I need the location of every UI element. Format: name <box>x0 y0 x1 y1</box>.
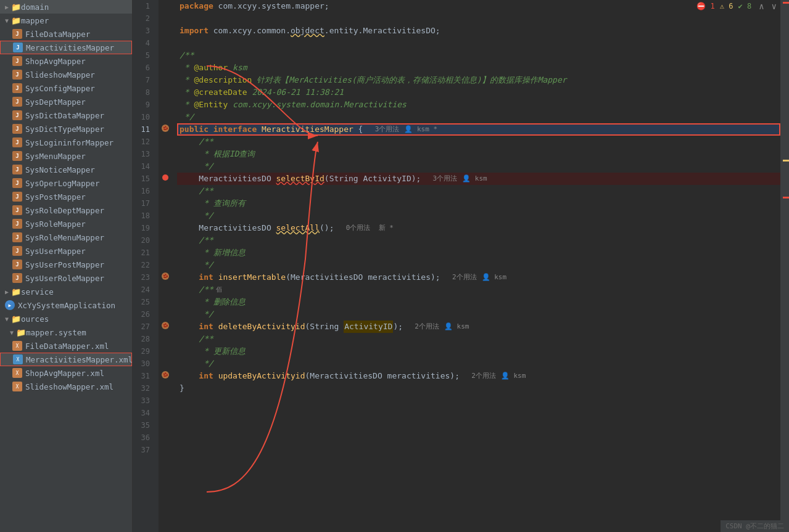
sidebar-item-XcYySystemApplication[interactable]: ▶ XcYySystemApplication <box>0 298 132 312</box>
code-line-31: int updateByActivityid (MeractivitiesDO … <box>177 370 780 382</box>
sidebar-item-MeractivitiesMapper-xml[interactable]: X MeractivitiesMapper.xml <box>0 353 132 366</box>
arrow-icon: ▼ <box>5 17 9 24</box>
nav-down-icon[interactable]: ∨ <box>772 1 777 11</box>
keyword: import <box>180 25 209 37</box>
sidebar-item-label: SysOperLogMapper <box>25 179 99 188</box>
sidebar-item-label: SysDictTypeMapper <box>25 125 104 134</box>
ok-indicator: ✔ 8 <box>738 2 751 10</box>
line-num-16: 16 <box>133 185 154 197</box>
keyword: int <box>180 321 213 333</box>
java-icon: J <box>12 219 22 229</box>
sidebar-item-SysRoleMapper[interactable]: J SysRoleMapper <box>0 217 132 231</box>
xml-icon: X <box>12 382 22 391</box>
sidebar-item-ShopAvgMapper-xml[interactable]: X ShopAvgMapper.xml <box>0 366 132 380</box>
bean-icon: 🫘 <box>162 371 169 379</box>
line-num-15: 15 <box>133 173 154 185</box>
line-num-25: 25 <box>133 296 154 308</box>
usage-meta: 2个用法 <box>444 271 477 284</box>
keyword-interface: interface <box>213 123 257 136</box>
line-num-30: 30 <box>133 358 154 370</box>
gutter-marker-top <box>783 2 789 4</box>
sidebar-item-SysRoleDeptMapper[interactable]: J SysRoleDeptMapper <box>0 203 132 217</box>
line-num-2: 2 <box>133 12 154 25</box>
sidebar-item-label: SysRoleMenuMapper <box>25 233 104 242</box>
sidebar-item-label: SlideshowMapper <box>25 70 95 80</box>
code-line-6: * @author ksm <box>177 62 780 74</box>
sidebar-item-SlideshowMapper-xml[interactable]: X SlideshowMapper.xml <box>0 380 132 393</box>
code-line-15: MeractivitiesDO selectById (String Activ… <box>177 173 780 185</box>
code-line-11: public interface MeractivitiesMapper { 3… <box>177 123 780 136</box>
code-line-16: /** <box>177 185 780 197</box>
line-num-28: 28 <box>133 333 154 345</box>
line-num-7: 7 <box>133 74 154 86</box>
keyword: int <box>180 271 213 284</box>
user-meta: 👤 ksm * <box>404 123 437 136</box>
code-line-3: import com.xcyy.common.objdect.entity.Me… <box>177 25 780 37</box>
keyword: package <box>180 0 213 12</box>
sidebar-item-label: SlideshowMapper.xml <box>25 382 114 391</box>
interface-name: MeractivitiesMapper <box>262 123 353 136</box>
warning-icon: ⚠ <box>720 2 724 10</box>
watermark: CSDN @不二的猫二 <box>721 520 789 532</box>
code-line-10: */ <box>177 111 780 123</box>
sidebar-item-SysNoticeMapper[interactable]: J SysNoticeMapper <box>0 163 132 176</box>
warning-indicator: ⚠ 6 <box>720 2 733 10</box>
bean-icon: 🫘 <box>162 272 169 280</box>
sidebar-item-SysUserMapper[interactable]: J SysUserMapper <box>0 244 132 258</box>
java-icon: J <box>12 192 22 202</box>
line-num-20: 20 <box>133 234 154 247</box>
xml-icon: X <box>13 354 23 364</box>
line-num-4: 4 <box>133 37 154 49</box>
sidebar-item-FileDataMapper[interactable]: J FileDataMapper <box>0 27 132 41</box>
java-icon: J <box>12 151 22 161</box>
sidebar-item-label: FileDataMapper <box>25 30 90 39</box>
folder-icon: 📁 <box>16 328 26 337</box>
top-indicators: ⛔ 1 ⚠ 6 ✔ 8 ∧ ∨ <box>696 1 777 11</box>
sidebar-item-SysMenuMapper[interactable]: J SysMenuMapper <box>0 149 132 163</box>
code-line-29: * 更新信息 <box>177 345 780 358</box>
sidebar-item-mapper-system[interactable]: ▼ 📁 mapper.system <box>0 325 132 339</box>
gutter-icons: 🫘 🫘 🫘 🫘 <box>159 0 172 532</box>
line-num-6: 6 <box>133 62 154 74</box>
sidebar-item-FileDataMapper-xml[interactable]: X FileDataMapper.xml <box>0 339 132 353</box>
line-num-29: 29 <box>133 345 154 358</box>
sidebar-item-SysConfigMapper[interactable]: J SysConfigMapper <box>0 81 132 95</box>
sidebar-item-SysLogininforMapper[interactable]: J SysLogininforMapper <box>0 136 132 149</box>
nav-up-icon[interactable]: ∧ <box>759 1 764 11</box>
sidebar-item-service[interactable]: ▶ 📁 service <box>0 285 132 298</box>
sidebar-item-domain[interactable]: ▶ 📁 domain <box>0 0 132 14</box>
sidebar-item-SysPostMapper[interactable]: J SysPostMapper <box>0 190 132 203</box>
sidebar-item-SysRoleMenuMapper[interactable]: J SysRoleMenuMapper <box>0 231 132 244</box>
sidebar-item-label: SysUserPostMapper <box>25 260 104 269</box>
user-meta: 👤 ksm <box>444 321 469 333</box>
sidebar-item-ShopAvgMapper[interactable]: J ShopAvgMapper <box>0 54 132 68</box>
folder-icon: 📁 <box>11 2 21 12</box>
code-line-14: */ <box>177 160 780 173</box>
sidebar-item-SysDeptMapper[interactable]: J SysDeptMapper <box>0 95 132 108</box>
sidebar-item-mapper[interactable]: ▼ 📁 mapper <box>0 14 132 27</box>
code-line-5: /** <box>177 49 780 62</box>
sidebar-item-SysDictDataMapper[interactable]: J SysDictDataMapper <box>0 108 132 122</box>
sidebar-item-resources[interactable]: ▼ 📁 ources <box>0 312 132 325</box>
sidebar-item-MeractivitiesMapper[interactable]: J MeractivitiesMapper <box>0 41 132 54</box>
sidebar-item-label: domain <box>21 2 49 12</box>
sidebar-item-label: MeractivitiesMapper <box>26 43 114 52</box>
sidebar-item-label: SysMenuMapper <box>25 152 86 161</box>
code-line-4 <box>177 37 780 49</box>
sidebar-item-SysUserPostMapper[interactable]: J SysUserPostMapper <box>0 258 132 271</box>
method-name: deleteByActivityid <box>218 321 305 333</box>
ok-icon: ✔ <box>738 2 742 10</box>
sidebar-item-SysUserRoleMapper[interactable]: J SysUserRoleMapper <box>0 271 132 285</box>
sidebar-item-SlideshowMapper[interactable]: J SlideshowMapper <box>0 68 132 81</box>
code-line-24: /** 佰 <box>177 284 780 296</box>
code-area[interactable]: package com.xcyy.system.mapper; import c… <box>172 0 780 532</box>
right-gutter <box>780 0 789 532</box>
java-icon: J <box>12 124 22 134</box>
line-num-21: 21 <box>133 247 154 259</box>
sidebar-item-SysDictTypeMapper[interactable]: J SysDictTypeMapper <box>0 122 132 136</box>
line-num-35: 35 <box>133 419 154 432</box>
sidebar-item-label: SysRoleDeptMapper <box>25 206 104 215</box>
sidebar-item-SysOperLogMapper[interactable]: J SysOperLogMapper <box>0 176 132 190</box>
error-dot <box>162 174 168 181</box>
code-line-33 <box>177 395 780 407</box>
